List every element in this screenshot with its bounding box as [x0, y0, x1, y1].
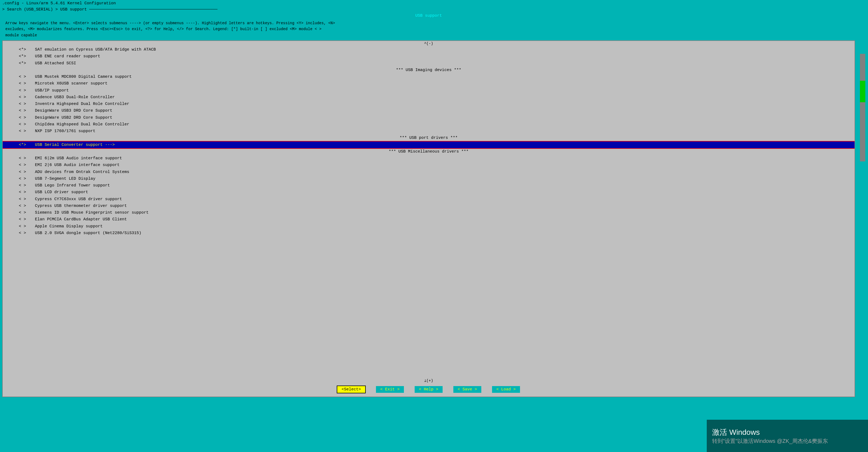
item-selector: < > [19, 209, 35, 216]
menu-item[interactable]: < > DesignWare USB3 DRD Core Support [3, 107, 855, 114]
item-label: USB Serial Converter support ---> [35, 142, 115, 148]
item-selector: < > [19, 74, 35, 80]
menu-item[interactable]: < > ChipIdea Highspeed Dual Role Control… [3, 121, 855, 128]
item-label: Apple Cinema Display support [35, 223, 103, 229]
menu-item[interactable]: < > Siemens ID USB Mouse Fingerprint sen… [3, 209, 855, 216]
menu-list[interactable]: <*> SAT emulation on Cypress USB/ATA Bri… [3, 46, 855, 378]
menu-item[interactable]: < > USB 7-Segment LED Display [3, 175, 855, 182]
item-selector: < > [19, 223, 35, 229]
item-label: EMI 2|6 USB Audio interface support [35, 162, 120, 168]
item-label: Elan PCMCIA CardBus Adapter USB Client [35, 216, 127, 223]
item-selector: < > [19, 108, 35, 114]
item-label: USB 2.0 SVGA dongle support (Net2280/SiS… [35, 230, 141, 236]
item-selector: < > [19, 203, 35, 209]
load-button[interactable]: < Load > [492, 386, 520, 393]
item-label: Cypress CY7C63xxx USB driver support [35, 196, 122, 202]
item-selector: <*> [19, 53, 35, 59]
item-label: NXP ISP 1760/1761 support [35, 128, 95, 134]
menu-item[interactable]: < > Inventra Highspeed Dual Role Control… [3, 101, 855, 107]
exit-button[interactable]: < Exit > [376, 386, 404, 393]
watermark: 激活 Windows 转到"设置"以激活Windows @ZK_周杰伦&樊振东 [707, 420, 868, 452]
item-selector: < > [19, 189, 35, 195]
breadcrumb: > Search (USB_SERIAL) > USB support ────… [0, 7, 857, 12]
menu-item[interactable]: < > EMI 2|6 USB Audio interface support [3, 162, 855, 168]
item-label: EMI 6|2m USB Audio interface support [35, 155, 122, 162]
help-line3: module capable [5, 32, 852, 38]
item-selector: < > [19, 87, 35, 94]
menu-item[interactable]: < > NXP ISP 1760/1761 support [3, 128, 855, 135]
menu-item[interactable]: *** USB Imaging devices *** [3, 67, 855, 74]
item-label: Siemens ID USB Mouse Fingerprint sensor … [35, 209, 149, 216]
help-line1: Arrow keys navigate the menu. <Enter> se… [5, 20, 852, 26]
menu-item[interactable]: < > DesignWare USB2 DRD Core Support [3, 114, 855, 121]
menu-item[interactable]: <*> USB Attached SCSI [3, 60, 855, 67]
item-label: USB 7-Segment LED Display [35, 176, 95, 182]
menu-item[interactable]: < > USB Lego Infrared Tower support [3, 182, 855, 189]
item-label: Microtek X6USB scanner support [35, 80, 107, 87]
menu-item[interactable]: < > EMI 6|2m USB Audio interface support [3, 155, 855, 162]
item-selector: <*> [19, 142, 35, 148]
item-label: USB LCD driver support [35, 189, 88, 195]
select-button[interactable]: <Select> [337, 386, 365, 393]
item-label: Inventra Highspeed Dual Role Controller [35, 101, 129, 107]
menu-item[interactable]: < > Cypress CY7C63xxx USB driver support [3, 196, 855, 203]
menu-item[interactable]: < > USB LCD driver support [3, 189, 855, 196]
button-bar: <Select>< Exit >< Help >< Save >< Load > [5, 384, 852, 395]
item-selector: < > [19, 162, 35, 168]
title-bar: .config - Linux/arm 5.4.61 Kernel Config… [0, 0, 857, 7]
item-label: DesignWare USB2 DRD Core Support [35, 115, 112, 121]
breadcrumb-text: > Search (USB_SERIAL) > USB support ────… [2, 7, 217, 12]
item-selector: <*> [19, 60, 35, 66]
item-label: USB Mustek MDC800 Digital Camera support [35, 74, 132, 80]
item-selector: < > [19, 101, 35, 107]
terminal-window: .config - Linux/arm 5.4.61 Kernel Config… [0, 0, 857, 398]
scrollbar [857, 0, 868, 398]
item-selector: < > [19, 216, 35, 223]
save-button[interactable]: < Save > [453, 386, 481, 393]
menu-item[interactable]: < > Microtek X6USB scanner support [3, 80, 855, 87]
help-button[interactable]: < Help > [415, 386, 443, 393]
main-panel: ^(-) <*> SAT emulation on Cypress USB/AT… [2, 40, 855, 397]
item-label: SAT emulation on Cypress USB/ATA Bridge … [35, 47, 156, 53]
item-label: USB Attached SCSI [35, 60, 76, 66]
menu-item[interactable]: < > Cypress USB thermometer driver suppo… [3, 203, 855, 209]
menu-item[interactable]: *** USB port drivers *** [3, 135, 855, 141]
item-label: Cypress USB thermometer driver support [35, 203, 127, 209]
item-label: ChipIdea Highspeed Dual Role Controller [35, 121, 129, 128]
item-selector: < > [19, 115, 35, 121]
help-text: Arrow keys navigate the menu. <Enter> se… [0, 19, 857, 39]
menu-item[interactable]: *** USB Miscellaneous drivers *** [3, 148, 855, 155]
item-selector: < > [19, 80, 35, 87]
item-selector: < > [19, 230, 35, 236]
scroll-indicator-bottom: ⊥(+) [3, 378, 855, 384]
menu-item[interactable]: <*> USB ENE card reader support [3, 53, 855, 60]
item-selector: < > [19, 176, 35, 182]
item-label: ADU devices from Ontrak Control Systems [35, 169, 129, 175]
watermark-line1: 激活 Windows [712, 427, 863, 437]
scrollbar-thumb[interactable] [860, 81, 865, 102]
watermark-line2: 转到"设置"以激活Windows @ZK_周杰伦&樊振东 [712, 437, 863, 445]
menu-item[interactable]: < > USB 2.0 SVGA dongle support (Net2280… [3, 230, 855, 236]
menu-item[interactable]: < > ADU devices from Ontrak Control Syst… [3, 169, 855, 175]
menu-item[interactable]: < > USB Mustek MDC800 Digital Camera sup… [3, 74, 855, 80]
title-text: .config - Linux/arm 5.4.61 Kernel Config… [2, 1, 116, 6]
menu-item[interactable]: < > USB/IP support [3, 87, 855, 94]
item-selector: < > [19, 196, 35, 202]
item-selector: < > [19, 128, 35, 134]
center-title: USB support [0, 12, 857, 19]
help-line2: excludes, <M> modularizes features. Pres… [5, 26, 852, 32]
item-selector: <*> [19, 47, 35, 53]
menu-item[interactable]: <*> USB Serial Converter support ---> [3, 142, 855, 148]
item-label: USB/IP support [35, 87, 69, 94]
item-selector: < > [19, 121, 35, 128]
scrollbar-track[interactable] [860, 54, 865, 162]
menu-item[interactable]: < > Elan PCMCIA CardBus Adapter USB Clie… [3, 216, 855, 223]
item-selector: < > [19, 169, 35, 175]
menu-item[interactable]: <*> SAT emulation on Cypress USB/ATA Bri… [3, 46, 855, 53]
menu-item[interactable]: < > Apple Cinema Display support [3, 223, 855, 230]
menu-item[interactable]: < > Cadence USB3 Dual-Role Controller [3, 94, 855, 101]
item-label: USB ENE card reader support [35, 53, 100, 59]
scroll-indicator-top: ^(-) [3, 41, 855, 46]
item-selector: < > [19, 182, 35, 189]
item-label: DesignWare USB3 DRD Core Support [35, 108, 112, 114]
